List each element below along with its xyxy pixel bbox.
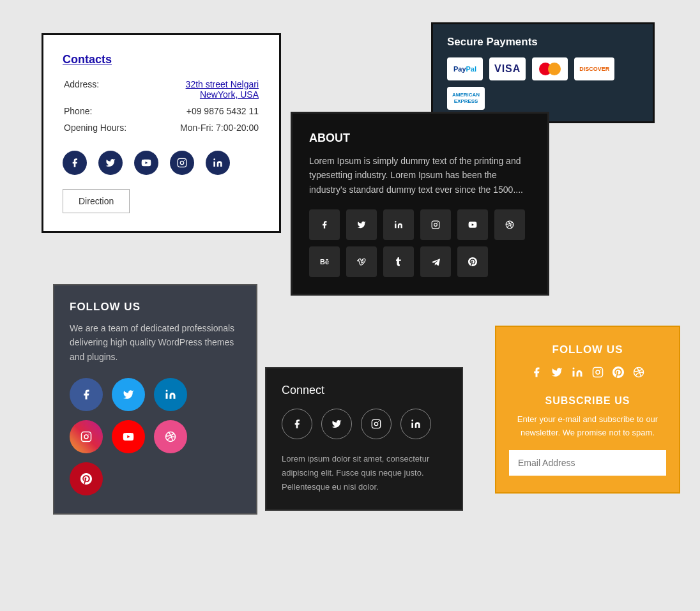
connect-linkedin-icon[interactable] [400,409,431,439]
follow-dark-text: We are a team of dedicated professionals… [70,321,241,364]
svg-point-7 [395,221,396,222]
svg-point-14 [166,390,168,392]
follow-dark-title: FOLLOW US [70,301,241,313]
yellow-facebook-icon[interactable] [531,366,542,381]
yellow-dribbble-icon[interactable] [633,366,644,381]
discover-label: DISCOVER [579,66,609,72]
follow-pinterest-icon[interactable] [70,462,103,495]
about-tumblr-icon[interactable] [383,246,414,277]
svg-point-21 [374,422,377,425]
hours-value: Mon-Fri: 7:00-20:00 [156,123,259,138]
about-behance-icon[interactable]: Bē [309,246,340,277]
about-facebook-icon[interactable] [309,209,340,240]
follow-dark-row-3 [70,462,241,495]
about-social-row-2: Bē [309,246,531,277]
follow-yellow-card: FOLLOW US SUBSCRIBE US Enter your e-mail… [495,326,680,494]
payment-icons-row: PayPal VISA DISCOVER AMERICANEXPRESS [447,57,639,110]
svg-point-28 [596,370,600,374]
connect-instagram-icon[interactable] [361,409,392,439]
svg-point-17 [88,434,89,435]
svg-rect-15 [82,432,91,442]
svg-point-10 [438,222,438,223]
subscribe-text: Enter your e-mail and subscribe to our n… [509,413,666,440]
connect-twitter-icon[interactable] [321,409,352,439]
follow-instagram-icon[interactable] [70,420,103,453]
connect-card: Connect Lorem ipsum dolor sit amet, cons… [265,367,463,511]
follow-linkedin-icon[interactable] [154,378,187,411]
contacts-social-row [63,151,260,175]
follow-dark-row-1 [70,378,241,411]
svg-point-9 [434,223,438,227]
svg-point-5 [213,158,215,160]
about-instagram-icon[interactable] [420,209,451,240]
about-youtube-icon[interactable] [457,209,488,240]
phone-value: +09 9876 5432 11 [156,106,259,121]
follow-twitter-icon[interactable] [112,378,145,411]
svg-rect-27 [593,368,603,377]
svg-point-26 [573,368,575,370]
yellow-twitter-icon[interactable] [551,366,563,381]
direction-button[interactable]: Direction [63,189,130,213]
discover-badge: DISCOVER [574,57,614,80]
contacts-instagram-icon[interactable] [170,151,194,175]
about-pinterest-icon[interactable] [457,246,488,277]
about-social-row-1 [309,209,531,240]
visa-badge: VISA [489,57,526,80]
follow-dark-icons [70,378,241,495]
svg-rect-4 [213,162,215,167]
svg-rect-1 [178,158,186,167]
svg-point-24 [411,419,413,421]
connect-facebook-icon[interactable] [282,409,312,439]
about-text: Lorem Ipsum is simply dummy text of the … [309,154,531,197]
connect-description: Lorem ipsum dolor sit amet, consectetur … [282,452,446,494]
amex-label: AMERICANEXPRESS [452,92,480,104]
follow-dribbble-icon[interactable] [154,420,187,453]
follow-dark-row-2 [70,420,241,453]
follow-youtube-icon[interactable] [112,420,145,453]
contacts-facebook-icon[interactable] [63,151,87,175]
amex-badge: AMERICANEXPRESS [447,87,485,110]
svg-point-3 [184,160,185,161]
follow-yellow-icons [509,366,666,381]
svg-rect-23 [411,423,413,428]
about-title: ABOUT [309,132,531,145]
payments-title: Secure Payments [447,36,639,49]
phone-label: Phone: [64,106,155,121]
follow-dark-card: FOLLOW US We are a team of dedicated pro… [53,284,257,515]
svg-rect-8 [432,221,439,229]
about-social-grid: Bē [309,209,531,277]
svg-rect-20 [372,419,380,428]
address-label: Address: [64,79,155,105]
svg-rect-25 [573,371,575,377]
hours-label: Opening Hours: [64,123,155,138]
yellow-pinterest-icon[interactable] [612,366,624,381]
yellow-instagram-icon[interactable] [592,366,604,381]
svg-point-29 [600,369,601,370]
about-linkedin-icon[interactable] [383,209,414,240]
email-input[interactable] [509,450,666,476]
address-value[interactable]: 32th street NelgariNewYork, USA [156,79,259,100]
contacts-youtube-icon[interactable] [134,151,158,175]
svg-rect-13 [166,393,168,399]
yellow-linkedin-icon[interactable] [572,366,583,381]
about-twitter-icon[interactable] [346,209,377,240]
svg-point-16 [84,435,88,439]
about-dribbble-icon[interactable] [494,209,525,240]
svg-point-2 [180,161,183,164]
contacts-linkedin-icon[interactable] [206,151,230,175]
connect-icons [282,409,446,439]
connect-title: Connect [282,384,446,397]
visa-label: VISA [494,63,521,75]
paypal-badge: PayPal [447,57,483,80]
paypal-label: PayPal [453,65,476,73]
about-vimeo-icon[interactable] [346,246,377,277]
about-telegram-icon[interactable] [420,246,451,277]
mastercard-badge [532,57,568,80]
payments-card: Secure Payments PayPal VISA DISCOVER AME… [431,22,655,123]
contacts-title[interactable]: Contacts [63,53,260,66]
contacts-card: Contacts Address: 32th street NelgariNew… [42,33,281,233]
follow-yellow-title: FOLLOW US [509,343,666,356]
follow-facebook-icon[interactable] [70,378,103,411]
contacts-twitter-icon[interactable] [98,151,123,175]
subscribe-title: SUBSCRIBE US [509,395,666,407]
